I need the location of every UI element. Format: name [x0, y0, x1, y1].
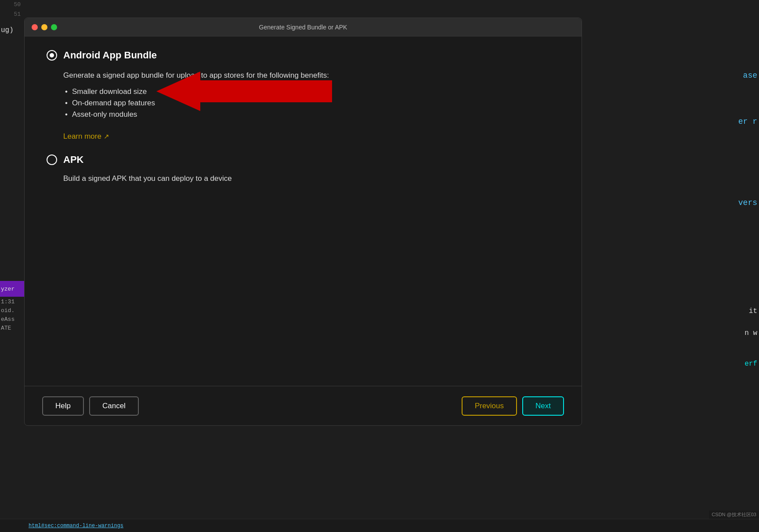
bundle-description-main: Generate a signed app bundle for upload …	[63, 70, 560, 81]
line-51: 51	[0, 10, 24, 19]
android-bundle-option[interactable]: Android App Bundle	[47, 50, 560, 61]
left-ate: ATE	[0, 325, 24, 331]
cancel-button[interactable]: Cancel	[89, 396, 139, 416]
right-side-hints: ase er r vers	[722, 44, 759, 209]
left-time: 1:31	[0, 298, 24, 305]
dialog-content: Android App Bundle Generate a signed app…	[25, 36, 582, 386]
apk-label: APK	[63, 154, 83, 165]
android-bundle-radio[interactable]	[47, 50, 57, 61]
right-bottom-it: it	[724, 307, 759, 315]
footer-right-buttons: Previous Next	[462, 396, 564, 416]
section-divider	[47, 141, 560, 154]
left-hint-ug: ug)	[0, 26, 24, 34]
learn-more-label: Learn more	[63, 132, 101, 141]
previous-button[interactable]: Previous	[462, 396, 517, 416]
learn-more-link[interactable]: Learn more ↗	[63, 132, 109, 141]
bullet-1: Smaller download size	[63, 87, 560, 96]
traffic-lights	[32, 24, 57, 30]
apk-desc-text: Build a signed APK that you can deploy t…	[63, 174, 560, 183]
learn-more-arrow-icon: ↗	[104, 133, 109, 140]
minimize-button[interactable]	[41, 24, 47, 30]
dialog-footer: Help Cancel Previous Next	[25, 386, 582, 425]
right-hint-1: ase	[722, 70, 759, 81]
status-bar: html#sec:command-line-warnings	[0, 519, 759, 532]
right-hint-3: vers	[722, 198, 759, 208]
next-button[interactable]: Next	[522, 396, 564, 416]
csdn-badge: CSDN @技术社区03	[709, 510, 759, 519]
dialog-window: Generate Signed Bundle or APK Android Ap…	[24, 18, 582, 426]
apk-description: Build a signed APK that you can deploy t…	[63, 174, 560, 183]
maximize-button[interactable]	[51, 24, 57, 30]
status-link[interactable]: html#sec:command-line-warnings	[29, 523, 123, 529]
left-purple-area: yzer	[0, 281, 24, 297]
dialog-title: Generate Signed Bundle or APK	[259, 24, 347, 31]
footer-left-buttons: Help Cancel	[42, 396, 139, 416]
line-50: 50	[0, 0, 24, 10]
bundle-bullets: Smaller download size On-demand app feat…	[63, 87, 560, 119]
apk-option[interactable]: APK	[47, 154, 560, 165]
close-button[interactable]	[32, 24, 38, 30]
bullet-3: Asset-only modules	[63, 110, 560, 119]
right-bottom-erf: erf	[724, 360, 759, 368]
right-bottom-nw: n w	[724, 329, 759, 337]
bullet-2: On-demand app features	[63, 99, 560, 108]
left-eass: eAss	[0, 316, 24, 323]
android-bundle-label: Android App Bundle	[63, 50, 157, 61]
left-oid: oid.	[0, 307, 24, 314]
right-hint-2: er r	[722, 116, 759, 127]
title-bar: Generate Signed Bundle or APK	[25, 18, 582, 36]
line-numbers: 50 51	[0, 0, 24, 19]
help-button[interactable]: Help	[42, 396, 84, 416]
apk-radio[interactable]	[47, 155, 57, 165]
bundle-description: Generate a signed app bundle for upload …	[63, 70, 560, 119]
